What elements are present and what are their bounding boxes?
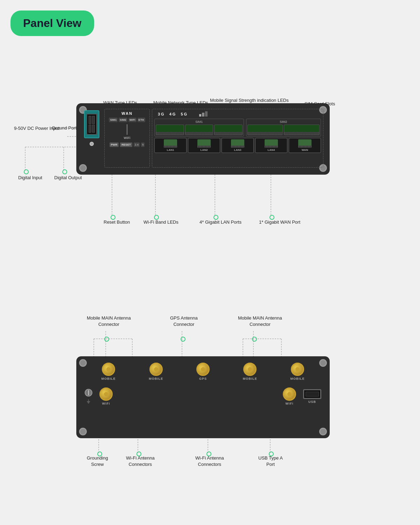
label-grounding-screw: GroundingScrew xyxy=(87,455,108,468)
label-gigabit-lan: 4* Gigabit LAN Ports xyxy=(200,219,241,225)
label-digital-input: Digital Input xyxy=(18,175,42,180)
label-gigabit-wan: 1* Gigabit WAN Port xyxy=(259,219,300,225)
label-wifi-antenna-2: Wi-Fi AntennaConnectors xyxy=(195,455,224,468)
panel-view-badge: Panel View xyxy=(10,10,94,36)
bottom-diagram: MOBILE MOBILE GPS MOBILE xyxy=(0,312,420,507)
label-ground-port: Ground Port xyxy=(52,125,77,131)
label-mobile-main-1: Mobile MAIN AntennaConnector xyxy=(87,315,131,328)
label-wifi-band-leds: Wi-Fi Band LEDs xyxy=(144,219,178,225)
label-digital-output: Digital Output xyxy=(54,175,82,180)
top-diagram: WAN SIM1 SIM2 WiFi ETH WiFi PWR RESET 2.… xyxy=(0,49,420,266)
label-gps-antenna: GPS AntennaConnector xyxy=(170,315,198,328)
label-mobile-main-2: Mobile MAIN AntennaConnector xyxy=(238,315,282,328)
label-mobile-signal: Mobile Signal Strength indication LEDs xyxy=(210,97,289,104)
label-wifi-antenna-1: Wi-Fi AntennaConnectors xyxy=(126,455,155,468)
panel-view-title: Panel View xyxy=(23,17,82,29)
label-usb-type-a: USB Type APort xyxy=(258,455,283,468)
label-reset-button: Reset Button xyxy=(104,219,130,225)
